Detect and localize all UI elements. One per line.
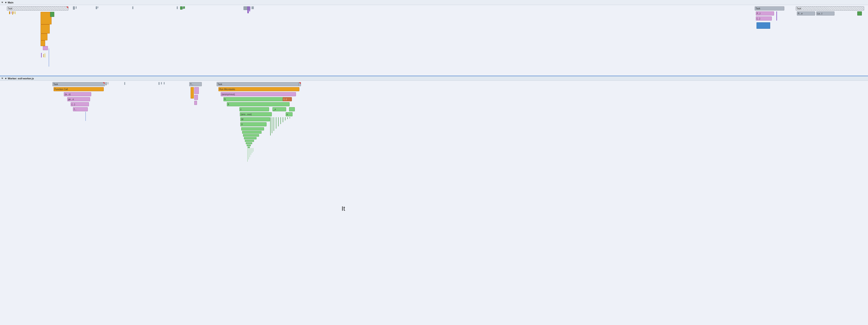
worker-triangle-icon [1, 78, 3, 79]
worker-f-ellipsis: f... [73, 107, 88, 111]
main-gray-4 [98, 6, 98, 8]
worker-green-deep-4 [244, 137, 256, 139]
worker-lt: lt [227, 102, 289, 106]
worker-green-small-1 [289, 107, 295, 111]
worker-vline-2 [272, 117, 272, 133]
main-gray-5 [132, 6, 133, 9]
main-task-right-2-label: Task [797, 7, 801, 10]
main-purple-block [43, 46, 48, 50]
main-purple-3 [249, 6, 250, 11]
worker-vline-10 [289, 117, 290, 118]
worker-section-header[interactable]: ▼ Worker: exif-worker.js [0, 76, 868, 81]
worker-purple-3 [194, 101, 197, 105]
main-right-bar [776, 11, 777, 21]
main-amber-block-3 [40, 33, 48, 40]
worker-purple-1 [194, 87, 199, 94]
worker-green-deep-7 [247, 145, 251, 146]
main-section-header[interactable]: ▼ Main [0, 0, 868, 5]
worker-task-large[interactable]: Task [217, 82, 301, 86]
main-gray-6 [177, 6, 178, 9]
worker-green-deep-2 [242, 131, 261, 134]
main-green-2 [180, 6, 182, 9]
it-text-block: It [340, 201, 473, 217]
worker-micro-6 [253, 148, 253, 152]
worker-bar-2 [107, 82, 108, 84]
worker-task-1-label: Task [53, 83, 58, 86]
worker-green-deep-3 [243, 134, 259, 137]
worker-function-call: Function Call [54, 87, 104, 91]
worker-o: o [286, 112, 292, 116]
main-fi-block: F...I [756, 11, 774, 16]
worker-anonymous: (anonymous) [221, 92, 296, 96]
worker-green-deep-6 [246, 142, 252, 144]
worker-ft-ellipsis: (...) [283, 97, 292, 101]
main-mini-3 [45, 53, 45, 57]
worker-amber-small-1 [191, 87, 194, 98]
worker-ft: ft [223, 97, 292, 101]
worker-underscore-e: _e [273, 107, 286, 111]
worker-ellipsis: (...) [71, 102, 89, 106]
main-task-1-label: Task [8, 7, 12, 10]
worker-bar-1 [105, 82, 107, 85]
worker-a-s: (a...s) [64, 92, 91, 96]
mini-bar-1 [9, 11, 10, 14]
worker-vline-4 [276, 117, 276, 129]
worker-ge-e: ge...e [67, 97, 90, 101]
worker-task-small-label: T... [190, 83, 193, 86]
main-task-right-1[interactable]: Task [755, 6, 784, 10]
worker-section-label: ▼ Worker: exif-worker.js [5, 77, 34, 80]
worker-vline-5 [278, 117, 279, 126]
main-far-right-green [857, 11, 862, 16]
main-mini-1 [41, 53, 42, 57]
main-amber-block-1 [40, 12, 52, 24]
main-green-block [50, 12, 54, 17]
timeline-container: ▼ Main Task [0, 0, 868, 325]
worker-task-small[interactable]: T... [189, 82, 202, 86]
worker-vline-8 [285, 117, 285, 120]
main-task-right-2[interactable]: Task [796, 6, 864, 10]
main-task-1[interactable]: Task [7, 6, 68, 10]
worker-vline-3 [274, 117, 274, 131]
main-blue-block [756, 22, 770, 29]
main-purple-2 [247, 6, 249, 13]
worker-vline-6 [280, 117, 281, 124]
main-amber-block-2 [40, 24, 50, 33]
main-gray-9 [251, 6, 254, 9]
worker-mid-bar-1 [158, 82, 160, 85]
worker-green-deep-5 [245, 140, 254, 142]
worker-vline-9 [287, 117, 288, 119]
worker-micro-1 [247, 148, 248, 162]
mini-bar-4 [14, 11, 14, 14]
worker-task-1[interactable]: Task [53, 82, 105, 86]
mini-bar-5 [15, 11, 16, 14]
main-gray-3 [96, 6, 97, 9]
worker-z: z [239, 107, 269, 111]
worker-mid-bar-2 [161, 82, 162, 84]
main-track: Task [0, 5, 868, 76]
worker-micro-4 [251, 148, 251, 155]
main-paren-block: (...) [756, 17, 772, 21]
worker-green-deep-1 [241, 127, 264, 130]
mini-bar-3 [12, 11, 13, 14]
worker-track: Task Function Call (a...s) ge...e (...) … [0, 81, 868, 325]
main-task-right-1-label: Task [755, 7, 761, 10]
worker-vline-1 [270, 117, 271, 136]
worker-mid-bar-3 [164, 82, 165, 84]
main-gray-1 [73, 6, 75, 9]
worker-bar-3 [124, 82, 125, 85]
main-mini-2 [43, 54, 44, 57]
mini-bar-2 [11, 11, 11, 14]
main-re-block: R...e [797, 11, 815, 16]
worker-ano-ous: (ano...ous) [240, 112, 272, 116]
worker-right-bar-1 [298, 82, 299, 86]
worker-task-large-label: Task [218, 83, 222, 86]
main-lat-block: La...t [816, 11, 835, 16]
main-amber-block-4 [40, 40, 45, 46]
worker-purple-2 [194, 95, 198, 100]
worker-vline-7 [283, 117, 283, 122]
worker-micro-3 [250, 148, 250, 157]
worker-v: V [240, 122, 267, 126]
main-triangle-icon [1, 2, 3, 3]
main-gray-2 [76, 6, 76, 9]
main-section-label: ▼ Main [5, 1, 13, 4]
